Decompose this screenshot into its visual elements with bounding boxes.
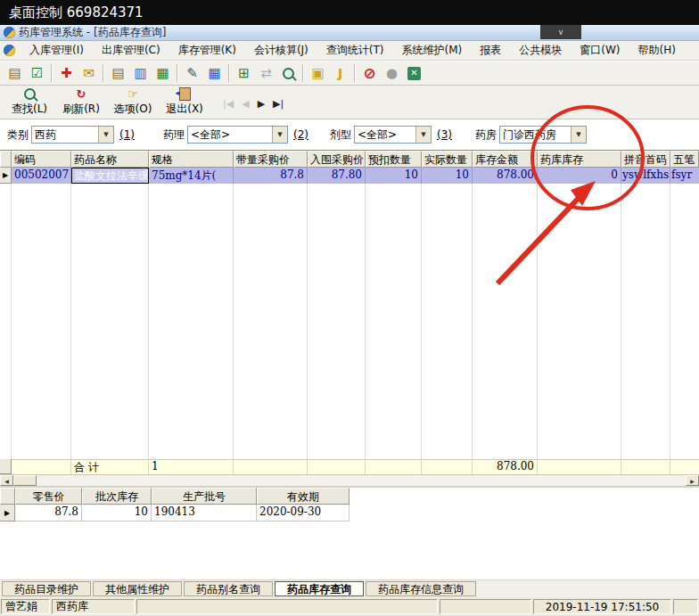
options-button[interactable]: ☞ 选项(O)	[107, 86, 159, 117]
menu-query-stats[interactable]: 查询统计(T)	[317, 41, 393, 60]
col-batch-stock[interactable]: 批次库存	[82, 488, 152, 505]
col-actual-qty[interactable]: 实际数量	[422, 151, 473, 168]
chevron-down-icon[interactable]: ▼	[98, 127, 113, 143]
nav-next-button[interactable]: ▶	[258, 98, 265, 110]
menu-accounting[interactable]: 会计核算(J)	[245, 41, 317, 60]
scroll-left-button[interactable]: ◀	[0, 475, 13, 486]
menu-reports[interactable]: 报表	[471, 41, 510, 60]
grid-column-line	[308, 184, 366, 459]
cell-drug-name[interactable]: 盐酸文拉法辛缓	[71, 168, 149, 184]
doc-add-icon[interactable]: ⊞	[234, 63, 254, 83]
clipboard-calc-icon[interactable]: ▥	[130, 63, 151, 83]
thermometer-icon[interactable]: J	[330, 63, 350, 83]
menu-outbound[interactable]: 出库管理(C)	[93, 41, 169, 60]
zoom-icon[interactable]	[278, 63, 299, 83]
tab-drug-stock-query[interactable]: 药品库存查询	[275, 581, 364, 596]
col-bid-price[interactable]: 入围采购价	[308, 151, 366, 168]
total-empty-cell	[12, 459, 71, 474]
data-grid-icon[interactable]: ▦	[204, 63, 225, 83]
scrollbar-thumb[interactable]	[13, 475, 37, 486]
send-mail-icon[interactable]: ▣	[308, 63, 328, 83]
batch-table-row[interactable]: ▶ 87.8 10 190413 2020-09-30	[0, 505, 699, 522]
clipboard-check-icon[interactable]: ☑	[27, 63, 47, 83]
nav-prev-button[interactable]: ◀	[242, 98, 249, 110]
tab-drug-catalog-maintain[interactable]: 药品目录维护	[2, 581, 91, 596]
horizontal-scrollbar[interactable]: ◀ ▶	[0, 474, 699, 486]
batch-detail-panel: 零售价 批次库存 生产批号 有效期 ▶ 87.8 10 190413 2020-…	[0, 486, 699, 579]
mail-check-icon[interactable]: ✉	[78, 63, 99, 83]
col-batch-no[interactable]: 生产批号	[152, 488, 257, 505]
overlay-chevron-button[interactable]: ∨	[540, 25, 581, 39]
batch-header-selector	[0, 488, 15, 505]
toolbar-separator	[302, 64, 304, 82]
total-empty-cell	[234, 459, 308, 474]
menu-stock[interactable]: 库存管理(K)	[169, 41, 245, 60]
close-box-icon[interactable]: ✕	[404, 63, 424, 83]
category-dropdown[interactable]: 西药 ▼	[31, 126, 114, 144]
nav-last-button[interactable]: ▶|	[273, 98, 284, 110]
title-bar: 药库管理系统 - [药品库存查询] ∨	[0, 25, 699, 41]
menu-system-maintain[interactable]: 系统维护(M)	[393, 41, 472, 60]
col-reserved-qty[interactable]: 预扣数量	[366, 151, 422, 168]
pharmacology-label: 药理	[163, 127, 185, 143]
tab-drug-stock-info-query[interactable]: 药品库存信息查询	[366, 581, 476, 596]
status-warehouse: 西药库	[52, 599, 135, 614]
col-pinyin[interactable]: 拼音首码	[621, 151, 670, 168]
total-label: 合 计	[71, 459, 149, 474]
status-empty-panel	[673, 599, 698, 614]
grid-column-line	[621, 184, 670, 459]
pharmacy-dropdown[interactable]: 门诊西药房 ▼	[499, 126, 587, 144]
dosage-value: <全部>	[355, 127, 415, 144]
toolbar-separator	[103, 64, 104, 82]
pharmacology-value: <全部>	[188, 127, 272, 144]
row-selector-icon: ▶	[0, 168, 12, 184]
forbid-icon[interactable]: ⊘	[359, 63, 380, 83]
pharmacy-label: 药房	[475, 127, 497, 143]
col-spec[interactable]: 规格	[149, 151, 234, 168]
paste-in-icon[interactable]: ▤	[4, 63, 25, 83]
cell-reserved-qty: 10	[366, 168, 422, 184]
category-shortcut: (1)	[119, 128, 135, 141]
clipboard-icon[interactable]: ▤	[108, 63, 128, 83]
col-retail-price[interactable]: 零售价	[15, 488, 82, 505]
table-empty-area	[0, 184, 699, 459]
refresh-button[interactable]: ↻ 刷新(R)	[55, 86, 107, 117]
options-hand-icon: ☞	[127, 86, 138, 101]
edit-note-icon[interactable]: ✎	[182, 63, 202, 83]
header-selector-cell	[0, 151, 12, 168]
col-code[interactable]: 编码	[12, 151, 71, 168]
cell-wubi: fsyr	[670, 168, 699, 184]
refresh-icon: ↻	[77, 86, 86, 101]
nav-first-button[interactable]: |◀	[223, 98, 234, 110]
chevron-down-icon[interactable]: ▼	[415, 127, 431, 143]
col-wubi[interactable]: 五笔	[670, 151, 699, 168]
chevron-down-icon[interactable]: ▼	[571, 127, 586, 143]
chevron-down-icon[interactable]: ▼	[272, 127, 287, 143]
record-navigator: |◀ ◀ ▶ ▶|	[223, 98, 284, 110]
menu-public-modules[interactable]: 公共模块	[510, 41, 571, 60]
scrollbar-track[interactable]	[37, 475, 686, 486]
col-stock-amount[interactable]: 库存金额	[473, 151, 538, 168]
scroll-right-button[interactable]: ▶	[686, 475, 699, 486]
sphere-icon[interactable]: ●	[382, 63, 402, 83]
col-volume-price[interactable]: 带量采购价	[234, 151, 308, 168]
exit-button-label: 退出(X)	[166, 102, 203, 117]
action-toolbar: 查找(L) ↻ 刷新(R) ☞ 选项(O) 退出(X) |◀ ◀ ▶ ▶|	[0, 86, 699, 119]
table-row[interactable]: ▶ 00502007 盐酸文拉法辛缓 75mg*14片( 87.8 87.80 …	[0, 168, 699, 184]
calculator-icon[interactable]: ▦	[152, 63, 173, 83]
menu-inbound[interactable]: 入库管理(I)	[21, 41, 93, 60]
col-drug-name[interactable]: 药品名称	[71, 151, 149, 168]
cell-code: 00502007	[12, 168, 71, 184]
pharmacology-dropdown[interactable]: <全部> ▼	[187, 126, 288, 144]
menu-window[interactable]: 窗口(W)	[571, 41, 629, 60]
find-button[interactable]: 查找(L)	[4, 86, 55, 117]
tab-drug-alias-query[interactable]: 药品别名查询	[184, 581, 273, 596]
col-warehouse-stock[interactable]: 药库库存	[538, 151, 621, 168]
dosage-dropdown[interactable]: <全部> ▼	[354, 126, 432, 144]
clipboard-add-icon[interactable]: ✚	[56, 63, 77, 83]
transfer-icon[interactable]: ⇄	[256, 63, 276, 83]
col-expiry[interactable]: 有效期	[257, 488, 350, 505]
menu-help[interactable]: 帮助(H)	[629, 41, 684, 60]
tab-other-attr-maintain[interactable]: 其他属性维护	[93, 581, 182, 596]
exit-button[interactable]: 退出(X)	[159, 86, 210, 117]
